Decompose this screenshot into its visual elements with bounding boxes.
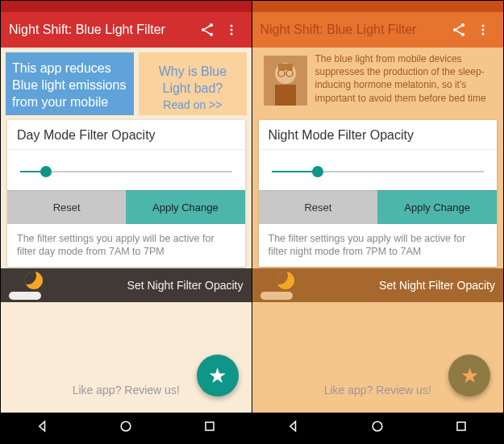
svg-point-6 bbox=[121, 421, 131, 431]
info-card-reduce: This app reduces Blue light emissions fr… bbox=[6, 52, 134, 115]
back-icon[interactable] bbox=[285, 418, 302, 438]
star-icon: ★ bbox=[460, 363, 479, 388]
review-fab[interactable]: ★ bbox=[448, 355, 490, 396]
recent-icon[interactable] bbox=[202, 418, 218, 438]
share-icon[interactable] bbox=[447, 22, 471, 38]
night-filter-label: Set Night Filter Opacity bbox=[127, 279, 244, 292]
night-filter-label: Set Night Filter Opacity bbox=[379, 279, 495, 292]
svg-point-12 bbox=[482, 29, 485, 31]
svg-point-11 bbox=[482, 25, 485, 27]
night-filter-bar[interactable]: Set Night Filter Opacity bbox=[252, 268, 504, 302]
card-description: The filter settings you apply will be ac… bbox=[7, 224, 245, 267]
card-title: Night Mode Filter Opacity bbox=[259, 120, 498, 150]
svg-point-13 bbox=[482, 33, 485, 35]
apply-button[interactable]: Apply Change bbox=[377, 190, 497, 224]
svg-point-5 bbox=[230, 33, 232, 35]
opacity-slider[interactable] bbox=[272, 166, 485, 177]
star-icon: ★ bbox=[208, 363, 227, 388]
app-title: Night Shift: Blue Light Filter bbox=[9, 23, 195, 37]
reset-button[interactable]: Reset bbox=[259, 190, 378, 224]
svg-rect-19 bbox=[275, 85, 296, 106]
svg-point-20 bbox=[373, 421, 382, 431]
moon-icon bbox=[277, 272, 294, 289]
info-why-title: Why is Blue Light bad? bbox=[145, 64, 240, 98]
more-icon[interactable] bbox=[219, 22, 244, 38]
nav-bar bbox=[252, 413, 504, 443]
home-icon[interactable] bbox=[369, 418, 385, 438]
status-bar bbox=[1, 1, 252, 12]
nav-bar bbox=[1, 413, 252, 443]
svg-rect-7 bbox=[206, 422, 214, 430]
avatar bbox=[264, 56, 307, 106]
moon-icon bbox=[25, 272, 43, 289]
info-card-why[interactable]: Why is Blue Light bad? Read on >> bbox=[139, 52, 246, 115]
reset-button[interactable]: Reset bbox=[7, 190, 126, 224]
svg-point-4 bbox=[230, 29, 232, 31]
info-row: The blue light from mobile devices suppr… bbox=[252, 48, 504, 120]
opacity-slider[interactable] bbox=[20, 166, 232, 177]
content-area: This app reduces Blue light emissions fr… bbox=[1, 48, 252, 443]
card-description: The filter settings you apply will be ac… bbox=[259, 224, 498, 267]
apply-button[interactable]: Apply Change bbox=[126, 190, 244, 224]
svg-point-3 bbox=[230, 25, 232, 27]
night-filter-bar[interactable]: Set Night Filter Opacity bbox=[1, 268, 252, 302]
app-bar: Night Shift: Blue Light Filter bbox=[1, 12, 252, 48]
app-bar: Night Shift: Blue Light Filter bbox=[252, 12, 504, 48]
svg-rect-21 bbox=[457, 422, 465, 430]
back-icon[interactable] bbox=[35, 418, 51, 438]
recent-icon[interactable] bbox=[453, 418, 469, 438]
more-icon[interactable] bbox=[471, 22, 495, 38]
card-title: Day Mode Filter Opacity bbox=[7, 120, 245, 150]
opacity-card: Day Mode Filter Opacity Reset Apply Chan… bbox=[7, 120, 245, 267]
svg-rect-16 bbox=[278, 64, 293, 70]
info-read-on: Read on >> bbox=[145, 98, 240, 112]
info-text: The blue light from mobile devices suppr… bbox=[315, 52, 493, 105]
app-title: Night Shift: Blue Light Filter bbox=[260, 23, 448, 37]
status-bar bbox=[252, 1, 504, 12]
cloud-icon bbox=[260, 292, 293, 300]
info-row: This app reduces Blue light emissions fr… bbox=[1, 48, 252, 120]
content-area: The blue light from mobile devices suppr… bbox=[252, 48, 504, 443]
share-icon[interactable] bbox=[195, 22, 219, 38]
cloud-icon bbox=[9, 292, 41, 300]
opacity-card: Night Mode Filter Opacity Reset Apply Ch… bbox=[259, 120, 498, 267]
review-fab[interactable]: ★ bbox=[197, 355, 239, 396]
home-icon[interactable] bbox=[118, 418, 134, 438]
